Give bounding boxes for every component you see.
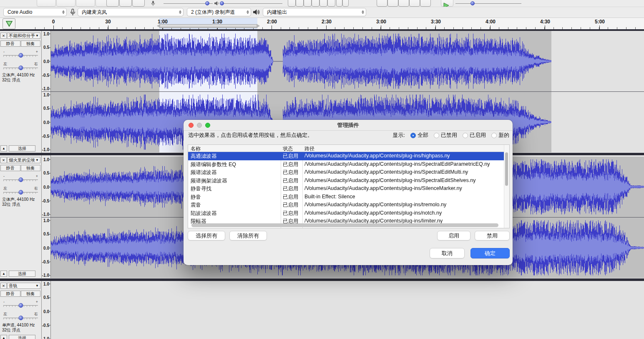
collapse-track-button[interactable]: ▲ [0,335,7,339]
clear-all-button[interactable]: 清除所有 [229,231,267,240]
table-row[interactable]: 静音寻找已启用/Volumes/Audacity/Audacity.app/Co… [188,185,504,193]
gain-slider-thumb[interactable] [18,177,23,182]
gain-slider-thumb[interactable] [18,53,23,58]
zoom-toggle-button[interactable] [420,0,431,7]
sync-lock-button[interactable] [327,0,335,7]
track-close-button[interactable]: ✕ [0,157,7,163]
waveform-track3-empty[interactable] [51,281,644,339]
mute-button[interactable]: 静音 [0,40,20,47]
table-row[interactable]: 频谱搁架滤波器已启用/Volumes/Audacity/Audacity.app… [188,177,504,185]
silence-button[interactable] [319,0,327,7]
transport-button[interactable] [56,0,75,7]
table-vertical-scrollbar[interactable] [504,145,509,228]
mic-icon [69,9,76,18]
table-row[interactable]: 频谱滤波器已启用/Volumes/Audacity/Audacity.app/C… [188,168,504,177]
timeline-options-button[interactable] [3,18,15,29]
filter-disabled[interactable]: 已禁用 [434,132,457,139]
solo-button[interactable]: 独奏 [21,291,41,297]
dialog-title: 管理插件 [184,120,513,130]
tool-button[interactable] [119,0,132,7]
header-path[interactable]: 路径 [304,145,314,152]
table-row[interactable]: 频谱编辑参数性 EQ已启用/Volumes/Audacity/Audacity.… [188,160,504,169]
header-status[interactable]: 状态 [283,145,293,152]
gain-slider[interactable] [3,178,38,182]
recording-volume-thumb[interactable] [205,1,209,5]
zoom-out-button[interactable] [387,0,398,7]
radio-icon[interactable] [491,133,497,138]
select-all-button[interactable]: 选择所有 [188,231,225,240]
pan-slider[interactable] [3,190,38,195]
zoom-fit-button[interactable] [409,0,420,7]
mute-button[interactable]: 静音 [0,165,20,171]
filter-new[interactable]: 新的 [491,132,509,139]
radio-icon[interactable] [410,133,416,138]
radio-icon[interactable] [434,133,439,138]
tool-button[interactable] [106,0,119,7]
redo-button[interactable] [342,0,349,7]
table-row[interactable]: 静音已启用Built-in Effect: Silence [188,193,504,201]
collapse-track-button[interactable]: ▲ [0,145,7,152]
scale-label: -0.5 [42,323,49,327]
play-at-speed-button[interactable] [441,0,453,7]
track-name-menu[interactable]: 音轨 ▼ [7,283,40,289]
pan-slider[interactable] [3,316,38,320]
timeline-selection-bar[interactable] [159,24,257,28]
transport-button[interactable] [76,0,95,7]
table-header[interactable]: 名称 状态 路径 [188,145,509,152]
track-select-button[interactable]: 选择 [9,271,35,277]
pan-slider-thumb[interactable] [18,66,23,70]
scrollbar-thumb[interactable] [505,152,508,186]
disable-button[interactable]: 禁用 [475,231,510,240]
undo-button[interactable] [336,0,342,7]
track-close-button[interactable]: ✕ [0,33,7,39]
ok-button[interactable]: 确定 [470,248,510,258]
track-close-button[interactable]: ✕ [0,283,7,289]
trim-button[interactable] [312,0,319,7]
pan-slider[interactable] [3,66,38,70]
gain-slider[interactable] [3,53,38,58]
audio-host-select[interactable]: Core Audio [3,8,67,16]
track-select-button[interactable]: 选择 [9,335,35,339]
timeline-ruler[interactable]: 0 30 1:00 1:30 2:00 2:30 3:00 3:30 4:00 … [0,18,644,30]
cut-button[interactable] [288,0,296,7]
audio-host-value: Core Audio [8,9,32,15]
table-row[interactable]: 高通滤波器已启用/Volumes/Audacity/Audacity.app/C… [188,152,504,160]
zoom-in-button[interactable] [377,0,387,7]
speaker-icon [253,9,260,17]
playback-volume-thumb[interactable] [220,1,224,5]
table-row[interactable]: 震音已启用/Volumes/Audacity/Audacity.app/Cont… [188,201,504,209]
solo-button[interactable]: 独奏 [21,165,41,171]
gain-slider[interactable] [3,304,38,308]
scale-label: -1.0 [42,86,49,91]
copy-button[interactable] [296,0,304,7]
radio-icon[interactable] [463,133,468,138]
waveform-track1-ch1[interactable] [51,31,644,91]
pan-slider-thumb[interactable] [18,190,23,195]
solo-button[interactable]: 独奏 [21,40,41,47]
track-name-menu[interactable]: 不能和你分手 ▼ [7,33,40,39]
filter-enabled[interactable]: 已启用 [463,132,486,139]
cancel-button[interactable]: 取消 [430,248,465,258]
mute-button[interactable]: 静音 [0,291,20,297]
dialog-titlebar[interactable]: 管理插件 [184,120,513,131]
recording-channels-select[interactable]: 2 (立体声) 录制声道 [187,8,251,16]
paste-button[interactable] [304,0,312,7]
recording-device-select[interactable]: 内建麦克风 [78,8,184,16]
enable-button[interactable]: 启用 [437,231,470,240]
transport-button[interactable] [37,0,56,7]
playback-volume-slider[interactable] [222,3,282,4]
playback-device-select[interactable]: 内建输出 [263,8,366,16]
track-name-menu[interactable]: 烟火里的尘埃 ▼ [7,157,40,163]
filter-all[interactable]: 全部 [410,132,428,139]
pan-slider-thumb[interactable] [18,316,23,320]
play-speed-slider[interactable] [455,3,521,4]
collapse-track-button[interactable]: ▲ [0,271,7,277]
track-select-button[interactable]: 选择 [9,145,35,152]
zoom-selection-button[interactable] [398,0,409,7]
play-speed-thumb[interactable] [470,1,475,5]
gain-slider-thumb[interactable] [18,303,23,308]
table-horizontal-scrollbar[interactable] [191,223,498,227]
tool-button[interactable] [132,0,145,7]
table-row[interactable]: 陷波滤波器已启用/Volumes/Audacity/Audacity.app/C… [188,209,504,218]
header-name[interactable]: 名称 [191,145,201,152]
